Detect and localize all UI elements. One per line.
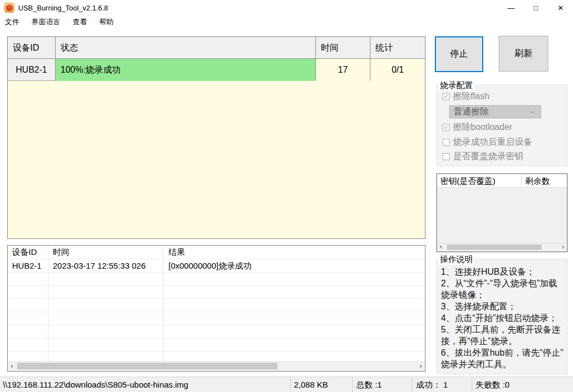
reboot-after-success-option[interactable]: 烧录成功后重启设备	[443, 138, 532, 146]
device-row[interactable]: HUB2-1 100%:烧录成功 17 0/1	[8, 59, 425, 81]
instruction-line: 6、拔出外置hub前，请先“停止”烧录并关闭工具。	[441, 347, 565, 370]
scroll-right-icon[interactable]: ›	[417, 362, 425, 371]
key-table-header-remaining[interactable]: 剩余数	[522, 174, 567, 187]
device-table: 设备ID 状态 时间 统计 HUB2-1 100%:烧录成功 17 0/1	[7, 36, 425, 239]
overwrite-key-option[interactable]: 是否覆盖烧录密钥	[443, 152, 523, 161]
device-table-header-stat[interactable]: 统计	[370, 37, 425, 58]
device-table-header-time[interactable]: 时间	[316, 37, 370, 58]
device-table-header: 设备ID 状态 时间 统计	[8, 37, 425, 59]
title-bar: USB_Burning_Tool_v2.1.6.8 — □ ✕	[0, 0, 573, 15]
chevron-down-icon: ⌄	[529, 105, 536, 117]
key-table: 密钥(是否覆盖) 剩余数 ‹ ›	[436, 173, 567, 252]
log-empty-row	[8, 286, 425, 299]
log-empty-row	[8, 325, 425, 339]
erase-bootloader-label: 擦除bootloader	[453, 122, 512, 133]
erase-bootloader-option[interactable]: ✓ 擦除bootloader	[443, 123, 512, 132]
scroll-left-icon[interactable]: ‹	[8, 362, 16, 371]
status-divider	[472, 377, 472, 392]
device-table-header-status[interactable]: 状态	[56, 37, 316, 58]
success-count: 成功： 1	[416, 380, 448, 390]
image-path: \\192.168.111.22\downloads\S805-uboot-hi…	[3, 380, 188, 389]
log-table-header: 设备ID 时间 结果	[8, 246, 425, 259]
log-result-cell: [0x00000000]烧录成功	[164, 259, 425, 272]
instruction-line: 5、关闭工具前，先断开设备连接，再“停止”烧录。	[441, 324, 565, 347]
device-table-header-device-id[interactable]: 设备ID	[8, 37, 56, 58]
menu-view[interactable]: 查看	[68, 15, 92, 27]
failed-count: 失败数 :0	[476, 380, 510, 390]
status-divider	[412, 377, 412, 392]
window-controls: — □ ✕	[499, 0, 573, 15]
burn-config-title: 烧录配置	[438, 80, 474, 91]
scroll-left-icon[interactable]: ‹	[437, 243, 445, 251]
device-status-cell: 100%:烧录成功	[56, 59, 316, 81]
erase-mode-value: 普通擦除	[454, 107, 489, 116]
reboot-after-success-checkbox[interactable]	[443, 139, 450, 146]
erase-flash-checkbox[interactable]: ✓	[443, 93, 450, 100]
scrollbar-thumb[interactable]	[447, 244, 542, 250]
device-time-cell: 17	[316, 59, 370, 81]
key-table-header: 密钥(是否覆盖) 剩余数	[437, 174, 567, 188]
log-time-cell: 2023-03-17 12:55:33 026	[48, 259, 164, 272]
instructions-title: 操作说明	[438, 254, 474, 265]
menu-bar: 文件 界面语言 查看 帮助	[0, 15, 573, 27]
menu-language[interactable]: 界面语言	[26, 15, 65, 27]
log-table-scrollbar[interactable]: ‹ ›	[8, 361, 425, 371]
log-table: 设备ID 时间 结果 HUB2-1 2023-03-17 12:55:33 02…	[7, 245, 425, 372]
minimize-button[interactable]: —	[499, 0, 523, 15]
instruction-line: 3、选择烧录配置；	[441, 301, 565, 312]
scroll-right-icon[interactable]: ›	[559, 243, 567, 251]
erase-flash-option[interactable]: ✓ 擦除flash	[443, 92, 489, 101]
menu-help[interactable]: 帮助	[94, 15, 118, 27]
log-empty-row	[8, 312, 425, 325]
log-empty-row	[8, 339, 425, 352]
erase-mode-dropdown[interactable]: 普通擦除 ⌄	[449, 105, 541, 118]
device-stat-cell: 0/1	[370, 59, 425, 81]
key-table-header-key[interactable]: 密钥(是否覆盖)	[437, 174, 522, 187]
total-count: 总数 :1	[356, 380, 382, 390]
instruction-line: 1、连接好HUB及设备；	[441, 266, 565, 277]
log-empty-row	[8, 299, 425, 312]
instruction-line: 4、点击“开始”按钮启动烧录；	[441, 312, 565, 324]
status-divider	[352, 377, 353, 392]
device-id-cell: HUB2-1	[8, 59, 56, 81]
image-size: 2,088 KB	[294, 380, 328, 389]
erase-bootloader-checkbox[interactable]: ✓	[443, 124, 450, 131]
status-bar: \\192.168.111.22\downloads\S805-uboot-hi…	[0, 377, 573, 392]
refresh-button[interactable]: 刷新	[499, 36, 548, 72]
instruction-line: 2、从“文件”-“导入烧录包”加载烧录镜像；	[441, 277, 565, 301]
reboot-after-success-label: 烧录成功后重启设备	[453, 137, 532, 148]
instructions-group: 1、连接好HUB及设备； 2、从“文件”-“导入烧录包”加载烧录镜像； 3、选择…	[436, 259, 567, 374]
scrollbar-thumb[interactable]	[17, 363, 277, 369]
erase-flash-label: 擦除flash	[453, 91, 489, 102]
window-title: USB_Burning_Tool_v2.1.6.8	[18, 4, 108, 12]
key-table-scrollbar[interactable]: ‹ ›	[437, 243, 567, 252]
menu-file[interactable]: 文件	[0, 15, 24, 27]
maximize-button[interactable]: □	[523, 0, 548, 15]
log-empty-row	[8, 273, 425, 286]
burn-config-group: ✓ 擦除flash 普通擦除 ⌄ ✓ 擦除bootloader 烧录成功后重启设…	[436, 85, 567, 166]
app-icon	[4, 3, 14, 13]
close-button[interactable]: ✕	[548, 0, 573, 15]
log-header-time[interactable]: 时间	[48, 246, 164, 259]
log-row[interactable]: HUB2-1 2023-03-17 12:55:33 026 [0x000000…	[8, 259, 425, 273]
overwrite-key-checkbox[interactable]	[443, 153, 450, 160]
log-header-device-id[interactable]: 设备ID	[8, 246, 48, 259]
stop-button[interactable]: 停止	[435, 36, 483, 72]
log-device-id-cell: HUB2-1	[8, 259, 48, 272]
log-header-result[interactable]: 结果	[164, 246, 425, 259]
overwrite-key-label: 是否覆盖烧录密钥	[453, 151, 523, 162]
status-divider	[290, 377, 291, 392]
